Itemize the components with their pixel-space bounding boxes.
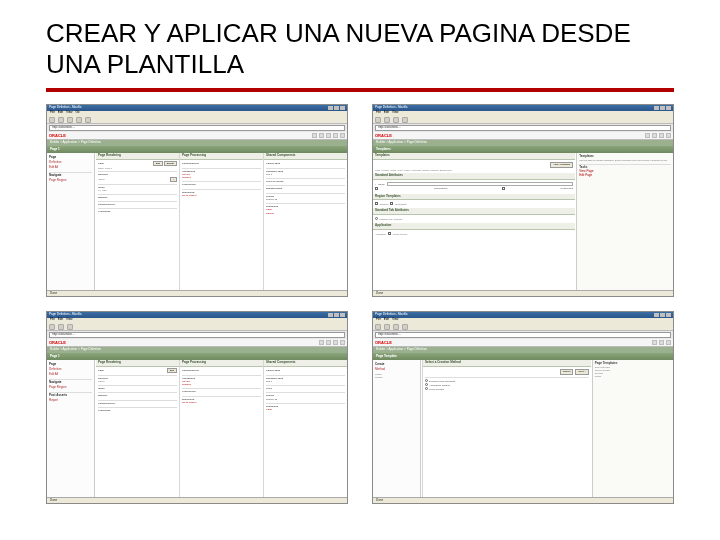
fwd-icon[interactable] [384,117,390,123]
radio[interactable] [425,379,428,382]
hdr-icon[interactable] [645,133,650,138]
create-button[interactable]: + [170,177,177,182]
back-icon[interactable] [49,324,55,330]
radio[interactable] [425,387,428,390]
fwd-icon[interactable] [58,324,64,330]
address-bar[interactable]: http://localhost/... [375,332,671,338]
branch[interactable]: Go to Page 1 [182,401,261,404]
hdr-icon[interactable] [326,133,331,138]
sect: Buttons [98,196,107,199]
hdr-icon[interactable] [333,340,338,345]
hdr-icon[interactable] [666,133,671,138]
reload-icon[interactable] [393,117,399,123]
close-icon[interactable] [340,106,345,110]
reload-icon[interactable] [67,324,73,330]
hdr-icon[interactable] [319,340,324,345]
close-icon[interactable] [666,106,671,110]
radio[interactable] [425,383,428,386]
max-icon[interactable] [660,313,665,317]
edit-button[interactable]: Edit [153,161,163,166]
hdr-icon[interactable] [333,133,338,138]
validation[interactable]: numeric [182,176,261,179]
min-icon[interactable] [654,313,659,317]
stop-icon[interactable] [76,117,82,123]
side-item: Popup [595,375,671,378]
task-link[interactable]: Edit Page [579,174,671,178]
region-item[interactable]: HTML [98,380,105,383]
sect: Processing [182,390,195,393]
template-form: Templates Apply Changes Page • Region • … [373,153,575,290]
sect: Page [98,369,104,372]
fwd-icon[interactable] [384,324,390,330]
tab-item[interactable]: Tab 1 [266,173,345,176]
min-icon[interactable] [654,106,659,110]
checkbox[interactable] [390,202,393,205]
min-icon[interactable] [328,313,333,317]
max-icon[interactable] [660,106,665,110]
hdr-icon[interactable] [652,133,657,138]
back-icon[interactable] [375,324,381,330]
validation[interactable]: numeric [182,383,261,386]
address-bar[interactable]: http://localhost/... [49,332,345,338]
hdr-icon[interactable] [340,340,345,345]
wizard-side: Page Templates One Level Tabs Two Level … [592,360,673,497]
branch[interactable]: Go to Page 1 [182,194,261,197]
hdr-icon[interactable] [312,133,317,138]
status-bar: Done [47,497,347,503]
theme-item[interactable]: Theme 10 [266,398,345,401]
checkbox[interactable] [375,202,378,205]
checkbox[interactable] [375,187,378,190]
edit-button[interactable]: Edit [167,368,177,373]
back-icon[interactable] [375,117,381,123]
close-icon[interactable] [340,313,345,317]
tab-item[interactable]: Tab 1 [266,380,345,383]
max-icon[interactable] [334,106,339,110]
address-bar[interactable]: http://localhost/... [375,125,671,131]
hdr-icon[interactable] [319,133,324,138]
panel-processing: Page Processing Computations Validations… [179,153,263,290]
reload-icon[interactable] [393,324,399,330]
tmpl-item[interactable]: Region [266,212,345,215]
screenshot-3: Page Definition - Mozilla File Edit View… [46,311,348,504]
fwd-icon[interactable] [58,117,64,123]
delete-button[interactable]: Delete [164,161,177,166]
section-header: Standard Tab Attributes [373,208,575,215]
close-icon[interactable] [666,313,671,317]
reload-icon[interactable] [67,117,73,123]
browser-toolbar [373,116,673,124]
next-button[interactable]: Next > [575,369,588,374]
nav-link[interactable]: Page Region [49,179,92,183]
theme-item[interactable]: Theme 10 [266,198,345,201]
max-icon[interactable] [334,313,339,317]
checkbox[interactable] [388,232,391,235]
hdr-icon[interactable] [659,133,664,138]
screenshot-4: Page Definition - Mozilla File Edit View… [372,311,674,504]
side-title: Page Templates [595,361,618,365]
back-icon[interactable] [49,117,55,123]
sect: Page [98,162,104,165]
nav-link[interactable]: Edit All [49,373,92,377]
nav-link[interactable]: Edit All [49,166,92,170]
region-item[interactable]: HTML [98,178,105,181]
hdr-icon[interactable] [340,133,345,138]
min-icon[interactable] [328,106,333,110]
tmpl-item[interactable]: Page [266,408,345,411]
sect: Theme [266,394,274,397]
checkbox[interactable] [502,187,505,190]
app-header: ORACLE [373,339,673,347]
nav-link[interactable]: Page Region [49,386,92,390]
apply-button[interactable]: Apply Changes [550,162,573,167]
hdr-icon[interactable] [326,340,331,345]
nav-step[interactable]: Method [375,368,418,372]
home-icon[interactable] [85,117,91,123]
wizard-option[interactable]: From Scratch [429,388,444,391]
hdr-icon[interactable] [652,340,657,345]
hdr-icon[interactable] [659,340,664,345]
cancel-button[interactable]: Cancel [560,369,574,374]
nav-link[interactable]: Report [49,399,92,403]
address-bar[interactable]: http://localhost/... [49,125,345,131]
hdr-icon[interactable] [666,340,671,345]
home-icon[interactable] [402,117,408,123]
radio[interactable] [375,217,378,220]
home-icon[interactable] [402,324,408,330]
